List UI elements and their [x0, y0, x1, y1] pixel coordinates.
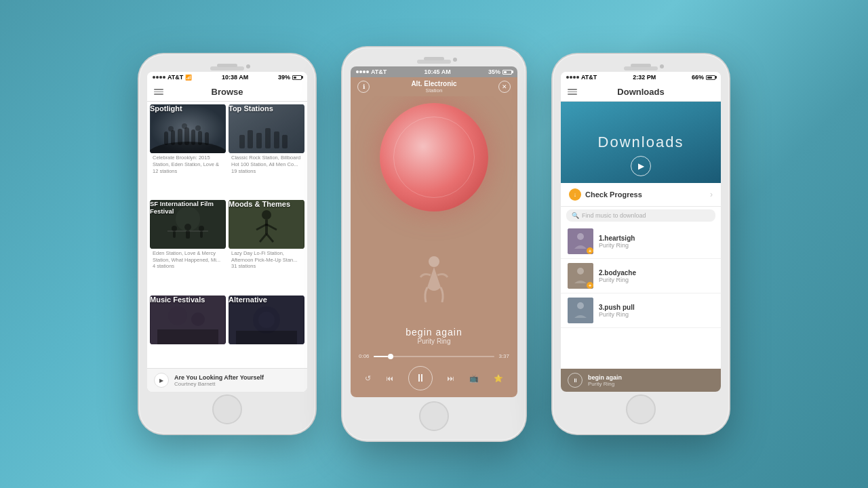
card-music-festivals[interactable]: Music Festivals	[150, 296, 226, 344]
svg-point-47	[577, 268, 584, 274]
track-item-3[interactable]: 3.push pull Purity Ring	[561, 293, 721, 328]
track-list: + 1.heartsigh Purity Ring +	[561, 224, 721, 369]
sf-film-label: SF International Film Festival	[150, 200, 226, 215]
album-art-circle	[380, 103, 488, 211]
phone-browse: AT&T 📶 10:38 AM 39% Browse	[139, 54, 315, 434]
card-sf-film[interactable]: SF International Film Festival	[150, 200, 226, 249]
track-name-3: 3.push pull	[599, 304, 714, 311]
status-left-3: AT&T	[566, 74, 597, 81]
status-right-3: 66%	[692, 74, 715, 81]
downloads-screen: AT&T 2:32 PM 66% Downloads Downloads ▶	[561, 72, 721, 392]
menu-line	[568, 89, 577, 90]
track-artist-1: Purity Ring	[599, 242, 714, 249]
track-info: begin again Purity Ring	[351, 321, 517, 350]
screen-button[interactable]: 📺	[469, 374, 479, 383]
battery-icon-2	[502, 70, 512, 75]
card-alternative[interactable]: Alternative	[229, 296, 304, 344]
track-item-2[interactable]: + 2.bodyache Purity Ring	[561, 259, 721, 293]
next-button[interactable]: ⏭	[447, 374, 454, 382]
battery-icon-1	[292, 75, 302, 80]
add-dot-2: +	[587, 282, 593, 289]
menu-line	[568, 94, 577, 95]
check-progress-label: Check Progress	[585, 190, 642, 199]
battery-pct-3: 66%	[692, 74, 704, 81]
status-right-2: 35%	[488, 68, 512, 75]
phone-speaker-2	[424, 57, 444, 60]
player-screen: AT&T 10:45 AM 35% ℹ Alt. Electronic Stat…	[351, 66, 517, 397]
check-progress-icon: ↓	[569, 188, 581, 201]
now-playing-artist: Courtney Barnett	[174, 381, 300, 387]
browse-title: Browse	[212, 87, 243, 97]
player-content: ℹ Alt. Electronic Station ✕	[351, 77, 517, 397]
downloads-play-button[interactable]: ▶	[631, 156, 651, 176]
player-header: ℹ Alt. Electronic Station ✕	[351, 77, 517, 96]
phone-downloads: AT&T 2:32 PM 66% Downloads Downloads ▶	[553, 54, 729, 434]
card-alternative-wrap: Alternative	[229, 296, 304, 366]
check-progress-row[interactable]: ↓ Check Progress ›	[561, 183, 721, 207]
pause-button-downloads[interactable]: ⏸	[568, 373, 583, 388]
menu-line	[154, 94, 163, 95]
battery-fill-2	[504, 71, 507, 73]
progress-bar[interactable]	[374, 356, 495, 357]
info-button[interactable]: ℹ	[357, 81, 370, 93]
menu-icon-3[interactable]	[568, 89, 577, 95]
previous-button[interactable]: ⏮	[386, 374, 393, 382]
signal-dot	[159, 76, 162, 79]
player-artwork	[351, 96, 517, 321]
menu-line	[568, 92, 577, 93]
music-festivals-label: Music Festivals	[150, 296, 226, 304]
card-top-stations[interactable]: Top Stations	[229, 104, 304, 153]
battery-fill-1	[294, 77, 296, 79]
add-dot-1: +	[587, 247, 593, 254]
svg-point-45	[577, 233, 584, 240]
signal-dot	[566, 76, 569, 79]
signal-dot	[573, 76, 576, 79]
menu-icon[interactable]	[154, 89, 163, 95]
browse-grid: Spotlight Celebrate Brooklyn: 2015 Stati…	[147, 102, 307, 368]
status-left-1: AT&T 📶	[153, 74, 192, 81]
signal-dot	[366, 70, 369, 73]
battery-icon-3	[706, 75, 715, 80]
track-info-2: 2.bodyache Purity Ring	[599, 269, 714, 283]
loop-button[interactable]: ↺	[365, 374, 371, 383]
browse-now-playing: ▶ Are You Looking After Yourself Courtne…	[147, 368, 307, 392]
card-sf-film-wrap: SF International Film Festival Eden Stat…	[150, 200, 226, 293]
play-pause-button[interactable]: ⏸	[408, 366, 433, 390]
card-moods[interactable]: Moods & Themes	[229, 200, 304, 249]
player-progress: 0:06 3:37	[351, 350, 517, 362]
card-music-festivals-wrap: Music Festivals	[150, 296, 226, 366]
progress-fill	[374, 356, 388, 357]
alternative-label: Alternative	[229, 296, 304, 304]
carrier-1: AT&T	[167, 74, 183, 81]
signal-dot	[163, 76, 165, 79]
card-spotlight[interactable]: Spotlight	[150, 104, 226, 153]
now-playing-title: Are You Looking After Yourself	[174, 374, 300, 381]
time-2: 10:45 AM	[425, 68, 451, 75]
track-item-1[interactable]: + 1.heartsigh Purity Ring	[561, 224, 721, 259]
signal-dot	[356, 70, 359, 73]
downloads-hero: Downloads ▶	[561, 102, 721, 183]
signal-icon-1: 📶	[185, 75, 192, 81]
chevron-right-icon: ›	[710, 190, 713, 199]
top-stations-label: Top Stations	[229, 104, 304, 113]
time-total: 3:37	[498, 353, 509, 359]
sf-film-desc: Eden Station, Love & Mercy Station, What…	[150, 249, 226, 271]
track-name-2: 2.bodyache	[599, 269, 714, 277]
carrier-3: AT&T	[581, 74, 597, 81]
signal-dot	[576, 76, 579, 79]
close-button[interactable]: ✕	[498, 81, 511, 93]
spotlight-label: Spotlight	[150, 104, 226, 113]
card-moods-wrap: Moods & Themes Lazy Day Lo-Fi Station, A…	[229, 200, 304, 293]
dn-track-artist: Purity Ring	[588, 381, 714, 387]
browse-header: Browse	[147, 83, 307, 102]
signal-dot	[363, 70, 366, 73]
status-bar-3: AT&T 2:32 PM 66%	[561, 72, 721, 83]
dn-track-title: begin again	[588, 374, 714, 381]
hero-title: Downloads	[598, 134, 684, 151]
thumbs-up-button[interactable]: ⭐	[494, 374, 503, 383]
play-button-browse[interactable]: ▶	[154, 373, 169, 388]
phone-camera-2	[453, 58, 457, 62]
status-bar-2: AT&T 10:45 AM 35%	[351, 66, 517, 77]
search-input-wrap[interactable]: 🔍 Find music to download	[566, 209, 715, 222]
track-artist: Purity Ring	[356, 338, 512, 345]
